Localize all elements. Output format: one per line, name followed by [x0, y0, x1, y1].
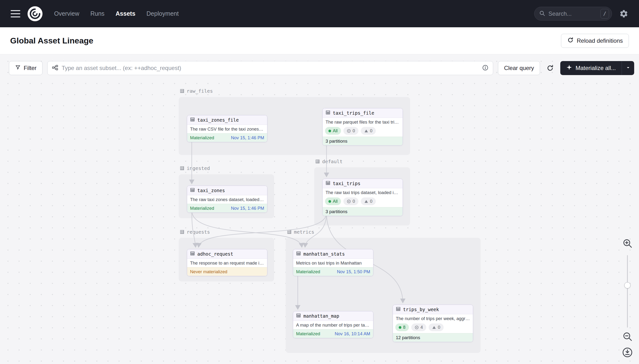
partitions-count: 3 partitions — [326, 138, 348, 144]
asset-description: Metrics on taxi trips in Manhattan — [293, 259, 373, 267]
asset-node-header: taxi_trips_file — [323, 108, 403, 118]
zoom-slider[interactable] — [624, 255, 630, 328]
group-name: ingested — [187, 165, 210, 171]
partitions-success-badge: All — [325, 127, 341, 135]
asset-node-taxi-trips[interactable]: taxi_trips The raw taxi trips dataset, l… — [322, 178, 403, 216]
partitions-missing-badge: 4 — [411, 324, 426, 331]
download-icon[interactable] — [622, 347, 633, 358]
asset-name: trips_by_week — [403, 306, 439, 312]
partitions-count: 12 partitions — [396, 335, 420, 340]
search-shortcut-badge: / — [600, 9, 609, 18]
group-label-requests[interactable]: requests — [180, 229, 210, 235]
asset-node-taxi-trips-file[interactable]: taxi_trips_file The raw parquet files fo… — [322, 108, 403, 146]
table-icon — [296, 313, 301, 319]
info-icon[interactable] — [482, 64, 488, 72]
green-dot-icon — [328, 130, 331, 132]
lineage-canvas[interactable]: Filter Clear query Materialize all... — [0, 54, 639, 364]
asset-name: taxi_zones_file — [197, 117, 239, 123]
partitions-success-badge: 8 — [395, 324, 409, 331]
asset-description: The response to an request made in th... — [187, 259, 267, 267]
asset-status-row: Materialized Nov 15, 1:50 PM — [293, 267, 373, 276]
zoom-slider-handle[interactable] — [624, 282, 630, 288]
materialization-status: Materialized — [190, 206, 214, 211]
nav-link-overview[interactable]: Overview — [54, 10, 79, 17]
asset-description: The raw taxi zones dataset, loaded int..… — [187, 195, 267, 204]
partition-badges: 8 4 0 — [393, 323, 473, 333]
group-label-ingested[interactable]: ingested — [180, 165, 210, 171]
zoom-slider-track[interactable] — [627, 255, 628, 328]
nav-link-deployment[interactable]: Deployment — [147, 10, 179, 17]
dagster-logo[interactable] — [28, 6, 43, 21]
filter-button[interactable]: Filter — [9, 61, 43, 75]
materialization-timestamp: Nov 16, 10:14 AM — [335, 331, 370, 336]
asset-description: The number of trips per week, aggreg... — [393, 314, 473, 323]
gear-icon[interactable] — [619, 9, 628, 18]
group-name: metrics — [294, 229, 314, 235]
asset-name: taxi_trips_file — [333, 110, 374, 116]
group-name: requests — [187, 229, 210, 235]
partitions-count-row: 3 partitions — [323, 136, 403, 145]
asset-node-header: taxi_trips — [323, 179, 403, 188]
top-navbar: Overview Runs Assets Deployment / — [0, 0, 639, 27]
asset-query-input-wrap — [47, 61, 493, 75]
asset-node-header: manhattan_map — [293, 312, 373, 321]
filter-icon — [15, 64, 21, 72]
table-icon — [190, 251, 195, 257]
asset-name: taxi_trips — [333, 180, 360, 186]
asset-node-header: adhoc_request — [187, 249, 267, 259]
asset-node-header: taxi_zones_file — [187, 116, 267, 125]
reload-definitions-button[interactable]: Reload definitions — [561, 34, 629, 48]
asset-description: A map of the number of trips per taxi z.… — [293, 321, 373, 329]
chevron-down-icon — [625, 65, 631, 72]
asset-description: The raw taxi trips dataset, loaded into … — [323, 188, 403, 197]
materialization-timestamp: Nov 15, 1:46 PM — [231, 135, 264, 140]
zoom-in-icon[interactable] — [622, 238, 632, 248]
asset-node-manhattan-map[interactable]: manhattan_map A map of the number of tri… — [293, 311, 373, 338]
group-label-metrics[interactable]: metrics — [287, 229, 314, 235]
asset-node-trips-by-week[interactable]: trips_by_week The number of trips per we… — [393, 304, 473, 342]
nav-links: Overview Runs Assets Deployment — [54, 10, 179, 17]
table-icon — [396, 306, 401, 312]
table-icon — [190, 188, 195, 193]
refresh-icon — [567, 37, 574, 45]
partitions-missing-badge: 0 — [343, 127, 358, 135]
green-dot-icon — [399, 326, 401, 329]
partitions-count-row: 3 partitions — [323, 207, 403, 216]
asset-node-header: taxi_zones — [187, 186, 267, 195]
nav-link-assets[interactable]: Assets — [116, 10, 136, 17]
asset-query-input[interactable] — [62, 65, 479, 72]
zoom-out-icon[interactable] — [622, 332, 632, 342]
asset-node-taxi-zones-file[interactable]: taxi_zones_file The raw CSV file for the… — [187, 115, 267, 142]
partitions-success-badge: All — [325, 198, 341, 205]
asset-status-row: Materialized Nov 15, 1:46 PM — [187, 133, 267, 142]
materialize-all-split-button: Materialize all... — [560, 61, 634, 75]
clear-query-button[interactable]: Clear query — [498, 61, 540, 75]
asset-description: The raw CSV file for the taxi zones dat.… — [187, 125, 267, 133]
asset-node-header: trips_by_week — [393, 305, 473, 314]
materialization-timestamp: Nov 15, 1:46 PM — [231, 206, 264, 211]
clear-query-label: Clear query — [504, 65, 534, 72]
materialization-status: Materialized — [190, 135, 214, 140]
asset-node-adhoc-request[interactable]: adhoc_request The response to an request… — [187, 249, 267, 276]
asset-node-manhattan-stats[interactable]: manhattan_stats Metrics on taxi trips in… — [293, 249, 373, 276]
search-input[interactable] — [548, 10, 597, 17]
nav-link-runs[interactable]: Runs — [90, 10, 104, 17]
partitions-count-row: 12 partitions — [393, 333, 473, 342]
table-icon — [296, 251, 301, 257]
materialization-status: Materialized — [296, 269, 320, 274]
partition-badges: All 0 0 — [323, 197, 403, 207]
asset-node-taxi-zones[interactable]: taxi_zones The raw taxi zones dataset, l… — [187, 186, 267, 213]
menu-icon[interactable] — [11, 10, 20, 18]
refresh-graph-button[interactable] — [545, 64, 555, 72]
group-label-default[interactable]: default — [315, 158, 342, 164]
materialize-all-button[interactable]: Materialize all... — [560, 61, 621, 75]
materialize-icon — [566, 64, 572, 72]
asset-selection-icon — [52, 64, 58, 72]
asset-name: taxi_zones — [197, 187, 225, 194]
materialize-dropdown-button[interactable] — [621, 61, 634, 75]
group-label-raw-files[interactable]: raw_files — [180, 88, 213, 94]
filter-button-label: Filter — [24, 65, 37, 72]
materialization-status: Materialized — [296, 331, 320, 336]
search-icon — [539, 10, 545, 18]
asset-description: The raw parquet files for the taxi trips… — [323, 118, 403, 126]
